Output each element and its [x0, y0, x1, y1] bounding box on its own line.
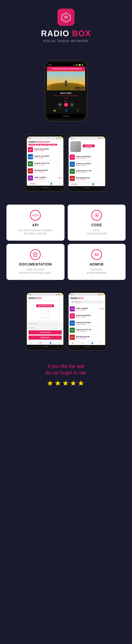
home-button[interactable] — [63, 116, 69, 116]
list-item[interactable]: RADIOUK DANCE UK RADIO author: HeadMan — [28, 153, 62, 160]
nav-settings[interactable]: ⚙ — [77, 109, 79, 112]
home-bar: ◁ □ — [47, 114, 85, 118]
nav-gear-icon[interactable]: ⚙ — [59, 183, 60, 185]
nav-grid-icon[interactable]: ⊞ — [30, 342, 32, 344]
search-button[interactable]: 🔍 — [58, 102, 62, 107]
station-author: author: HeadMan — [76, 316, 104, 318]
category-button[interactable]: CATEGORY — [28, 330, 62, 334]
tag-pop[interactable]: POP — [36, 144, 41, 146]
feature-code: CODE EASYCUSTOMIZATION — [68, 204, 126, 241]
station-author: author: HeadMan — [76, 324, 104, 325]
search-station-list: TD TIME 2 DANCE author: HeadMan ★★★★ RR … — [69, 306, 105, 341]
station-author: author: HeadMan — [76, 338, 104, 339]
station-name: DANCE ATTAC FM — [76, 170, 104, 172]
station-name: MOVEDAHOUSE — [76, 336, 104, 338]
nav-radio[interactable]: 📻 — [53, 109, 56, 112]
feature-admob-title: ADMOB — [71, 262, 123, 266]
main-phone-screen: 8:51 ▲ ◆ ■ 📶 🔋 ← DANCE UK RADIO DANCERAD… — [47, 63, 85, 118]
right-bottom-nav: RADIO ⋯ 👤 ⚙ — [69, 182, 105, 186]
app-title: RADIO BOX — [41, 29, 91, 38]
nav-radio-icon[interactable]: RADIO — [30, 183, 36, 185]
play-pause-button[interactable]: ⏸ — [64, 102, 68, 107]
right-phone-screen: 7:08 ▲ 📶 🔋 HEADMAN all user radio RR RAD… — [69, 136, 105, 190]
nav-gear-icon[interactable]: ⚙ — [58, 342, 60, 344]
station-logo: DA — [70, 169, 75, 174]
station-name: MOVEDAHOUSE — [34, 169, 62, 171]
search-bar[interactable]: 🔍 — [70, 300, 104, 304]
home-indicator[interactable] — [84, 346, 90, 347]
station-logo: MH — [28, 168, 33, 174]
svg-point-3 — [65, 16, 67, 18]
publish-button[interactable]: PUBLISH — [28, 336, 62, 340]
profile-area: HEADMAN all user radio — [69, 140, 105, 154]
left-home-bar: ◁ □ — [27, 186, 63, 189]
list-item[interactable]: DA DANCE ATTAC FM author: HeadMan — [70, 327, 104, 334]
nav-dots: ⋯ — [84, 183, 86, 185]
add-cover-area: ADD RADIO COVER + — [28, 301, 62, 321]
list-item[interactable]: TD TIME 2 DANCE author: HeadMan ★★★★ — [28, 174, 62, 182]
station-author: author: HeadMan — [34, 171, 62, 172]
nav-person-icon[interactable]: 👤 — [49, 342, 52, 344]
tag-hiphop[interactable]: HIP-HOP — [41, 144, 49, 146]
nav-radio-icon[interactable]: RADIO — [72, 183, 78, 185]
main-album-art: HEADMAN — [47, 71, 85, 90]
playback-controls: 🔍 ⏸ ♥ — [49, 102, 83, 107]
tag-classic[interactable]: CLASSIC — [49, 144, 57, 146]
list-item[interactable]: UK DANCE UK RADIO author: HeadMan — [70, 161, 104, 168]
nav-add-icon[interactable]: ADD — [39, 342, 43, 344]
profile-name[interactable]: HEADMAN — [83, 144, 95, 147]
nav-gear-icon[interactable]: ⚙ — [101, 183, 102, 185]
home-indicator[interactable] — [43, 346, 48, 347]
list-item[interactable]: MH MOVEDAHOUSE author: HeadMan — [70, 334, 104, 341]
main-status-bar: 8:51 ▲ ◆ ■ 📶 🔋 — [47, 63, 85, 66]
search-home-bar: ◁ □ — [69, 345, 105, 348]
station-stars: ★★★★ — [57, 177, 62, 179]
footer-line2: do not forget to rate — [4, 370, 128, 376]
features-section: </> API THE APPLICATION IS BASEDON PARSE… — [0, 198, 132, 286]
nav-person[interactable]: 👤 — [65, 109, 68, 112]
station-author: author: HeadMan — [76, 179, 104, 180]
nav-person-icon[interactable]: 👤 — [91, 342, 93, 344]
nav-dots: ⋯ — [42, 183, 44, 185]
headman-badge: HEADMAN — [75, 87, 84, 89]
api-icon: </> — [30, 210, 41, 221]
svg-text:RADIO: RADIO — [28, 156, 33, 158]
genre-tags: HOUSE POP HIP-HOP CLASSIC — [28, 144, 62, 146]
list-item[interactable]: MH MOVEDAHOUSE author: HeadMan — [70, 175, 104, 182]
list-item[interactable]: MH MOVEDAHOUSE author: HeadMan — [28, 168, 62, 174]
favorite-button[interactable]: ♥ — [70, 102, 74, 107]
add-app-title: RADIO BOX — [28, 297, 62, 300]
list-item[interactable]: RR RADIO RECORDS author: HeadMan — [28, 146, 62, 153]
station-name: MOVEDAHOUSE — [76, 177, 104, 179]
tag-house[interactable]: HOUSE — [28, 144, 35, 146]
station-author: author: HeadMan — [34, 164, 62, 166]
main-song-info: WALK AWAY Adher Postman feat Annelisa Fr… — [47, 90, 85, 114]
song-title: WALK AWAY — [49, 92, 83, 94]
home-indicator[interactable] — [84, 188, 90, 188]
left-app-title: RADIO RADIO BOX — [28, 140, 62, 143]
nav-person-icon[interactable]: 👤 — [50, 183, 52, 185]
list-item[interactable]: DA DANCE ATTAC FM author: HeadMan — [70, 168, 104, 175]
station-logo: UK — [70, 320, 75, 326]
search-input[interactable] — [75, 301, 102, 303]
list-item[interactable]: TD TIME 2 DANCE author: HeadMan ★★★★ — [70, 306, 104, 312]
list-item[interactable]: RR RADIO RECORDS author: HeadMan — [70, 154, 104, 161]
station-name: DANCE ATTAC FM — [34, 162, 62, 164]
station-author: author: HeadMan — [76, 330, 104, 332]
search-phone: 6:45 ▲ 📶 🔋 RADIO BOX 🔍 TD TIME 2 DANCE a — [67, 291, 107, 350]
station-logo: TD — [28, 176, 33, 180]
name-field-line — [28, 324, 62, 325]
search-screen: 6:45 ▲ 📶 🔋 RADIO BOX 🔍 TD TIME 2 DANCE a — [69, 293, 105, 348]
search-icon: 🔍 — [72, 301, 74, 303]
nav-person-icon[interactable]: 👤 — [92, 183, 94, 185]
add-status-bar: 6:49 ▲ 📶 🔋 — [27, 293, 63, 296]
list-item[interactable]: DA DANCE ATTAC FM author: HeadMan — [28, 160, 62, 168]
list-item[interactable]: UK DANCE UK RADIO author: HeadMan — [70, 320, 104, 327]
add-cover-plus-button[interactable]: + — [41, 310, 49, 318]
nav-gear-icon[interactable]: ⚙ — [100, 342, 102, 344]
list-item[interactable]: RR RADIO RECORDS author: HeadMan — [70, 312, 104, 320]
feature-admob-desc: SUPPORTADMOB BANNER — [71, 268, 123, 274]
nav-hop-label: HOF — [80, 342, 84, 344]
home-indicator[interactable] — [43, 187, 48, 188]
nav-grid-icon[interactable]: ⊞ — [72, 342, 74, 344]
